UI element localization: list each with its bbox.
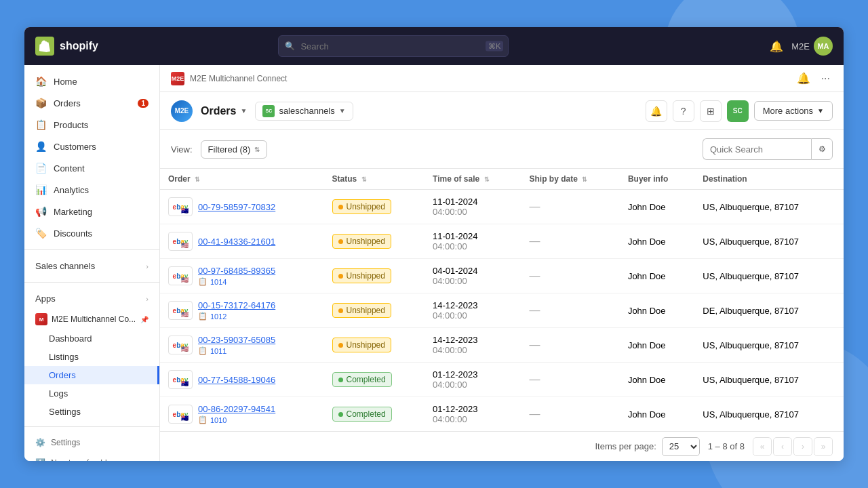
header-help-button[interactable]: ? [673,100,694,122]
destination-cell: US, Albuquerque, 87107 [694,397,844,432]
header-grid-button[interactable]: ⊞ [700,100,722,122]
sidebar-item-marketing[interactable]: 📢 Marketing [24,201,159,222]
ref-icon: 📋 [198,277,208,286]
per-page-select[interactable]: 102550100 [662,437,700,456]
sales-channels-header[interactable]: Sales channels › [24,256,159,277]
sidebar-item-orders-sub[interactable]: Orders [24,366,159,384]
pagination-last-button[interactable]: » [814,437,833,456]
time-cell: 14-12-2023 04:00:00 [425,328,521,363]
sidebar-item-analytics[interactable]: 📊 Analytics [24,179,159,201]
sidebar-item-listings[interactable]: Listings [24,348,159,366]
status-text: Unshipped [347,271,385,281]
status-text: Unshipped [347,202,385,211]
ship-by-cell: — [521,259,620,293]
sidebar-item-logs[interactable]: Logs [24,384,159,403]
app-name: shopify [60,40,98,52]
sidebar-item-content[interactable]: 📄 Content [24,157,159,179]
status-dot [338,274,343,279]
status-cell: Completed [324,363,425,397]
shopify-logo-icon [35,37,54,56]
table-row[interactable]: ebay 🇦🇺 00-77-54588-19046 Completed [160,363,844,397]
channel-chevron-icon: ▼ [339,107,346,115]
sidebar-item-label: Customers [54,142,96,152]
search-input[interactable] [278,35,509,57]
sidebar-item-products[interactable]: 📋 Products [24,114,159,136]
user-avatar: MA [814,37,833,56]
order-ref-link[interactable]: 1010 [210,416,226,424]
more-actions-button[interactable]: More actions ▼ [754,101,833,121]
status-text: Completed [347,375,386,384]
time-cell: 04-01-2024 04:00:00 [425,259,521,293]
pagination-prev-button[interactable]: ‹ [773,437,792,456]
order-id-link[interactable]: 00-23-59037-65085 [198,335,275,345]
status-dot [338,308,343,313]
apps-header[interactable]: Apps › [24,288,159,309]
order-ref-link[interactable]: 1012 [210,312,226,321]
table-row[interactable]: ebay 🇦🇺 00-79-58597-70832 Unshipped [160,190,844,224]
sidebar-item-customers[interactable]: 👤 Customers [24,136,159,157]
time-cell: 14-12-2023 04:00:00 [425,293,521,328]
sidebar-item-label: Orders [54,98,81,108]
breadcrumb-bell-button[interactable]: 🔔 [794,70,813,86]
table-footer: Items per page: 102550100 1 – 8 of 8 « ‹… [160,431,844,461]
logo-area[interactable]: shopify [35,37,144,56]
order-ref-link[interactable]: 1011 [210,347,226,355]
notification-bell-icon[interactable]: 🔔 [770,40,783,53]
sidebar-item-m2e[interactable]: M M2E Multichannel Co... 📌 [24,309,159,329]
search-icon: 🔍 [285,41,295,51]
order-id-link[interactable]: 00-97-68485-89365 [198,266,275,276]
orders-sub-label: Orders [49,370,76,380]
sales-channels-label: Sales channels [35,261,95,271]
order-id-link[interactable]: 00-41-94336-21601 [198,237,275,247]
m2e-icon: M [35,313,47,325]
order-ref-link[interactable]: 1014 [210,278,226,286]
orders-title-chevron-icon: ▼ [240,107,247,115]
settings-label: Settings [51,438,80,447]
order-id-link[interactable]: 00-15-73172-64176 [198,300,275,310]
orders-header: M2E Orders ▼ SC saleschannels ▼ 🔔 ? ⊞ SC [160,92,844,130]
time-line2: 04:00:00 [433,276,513,286]
order-id-link[interactable]: 00-86-20297-94541 [198,404,275,414]
table-row[interactable]: ebay 🇺🇸 00-97-68485-89365 📋 1014 Unshipp… [160,259,844,293]
order-cell: ebay 🇺🇸 00-97-68485-89365 📋 1014 [160,259,324,293]
info-icon: ℹ️ [35,458,45,461]
status-badge: Unshipped [332,268,391,283]
sidebar-item-dashboard[interactable]: Dashboard [24,329,159,348]
sidebar-item-settings-sub[interactable]: Settings [24,403,159,421]
channel-selector-button[interactable]: SC saleschannels ▼ [255,102,353,121]
header-bell-button[interactable]: 🔔 [646,100,667,122]
orders-title-button[interactable]: Orders ▼ [201,105,247,117]
status-cell: Completed [324,397,425,432]
status-badge: Unshipped [332,338,391,352]
sidebar-item-orders[interactable]: 📦 Orders 1 [24,92,159,114]
pagination-range: 1 – 8 of 8 [708,441,745,451]
table-row[interactable]: ebay 🇺🇸 00-23-59037-65085 📋 1011 Unshipp… [160,328,844,363]
order-id-link[interactable]: 00-77-54588-19046 [198,375,275,385]
sidebar-item-label: Discounts [54,228,92,239]
quick-search-filter-button[interactable]: ⚙ [811,138,833,160]
table-row[interactable]: ebay 🇺🇸 00-41-94336-21601 Unshipped [160,224,844,259]
table-row[interactable]: ebay 🇦🇺 00-86-20297-94541 📋 1010 Complet… [160,397,844,432]
filter-chevron-icon: ⇅ [254,146,260,153]
breadcrumb-more-button[interactable]: ··· [818,70,833,86]
ebay-logo: ebay 🇺🇸 [168,301,193,320]
order-id-link[interactable]: 00-79-58597-70832 [198,202,275,212]
items-per-page: Items per page: 102550100 [595,437,699,456]
logs-label: Logs [49,388,68,399]
view-filter-selector[interactable]: Filtered (8) ⇅ [201,140,268,159]
settings-sub-label: Settings [49,407,81,417]
sidebar-item-home[interactable]: 🏠 Home [24,70,159,92]
pagination-next-button[interactable]: › [793,437,812,456]
sidebar-non-transferable[interactable]: ℹ️ Non-transferable [24,453,159,461]
sidebar-item-discounts[interactable]: 🏷️ Discounts [24,222,159,244]
quick-search-input[interactable] [703,138,811,160]
pagination-first-button[interactable]: « [753,437,772,456]
table-row[interactable]: ebay 🇺🇸 00-15-73172-64176 📋 1012 Unshipp… [160,293,844,328]
ebay-logo: ebay 🇺🇸 [168,266,193,285]
sidebar-nav: 🏠 Home 📦 Orders 1 📋 Products 👤 Customers [24,65,159,426]
time-line1: 01-12-2023 [433,404,513,414]
time-cell: 11-01-2024 04:00:00 [425,224,521,259]
user-menu[interactable]: M2E MA [791,37,833,56]
sidebar-settings[interactable]: ⚙️ Settings [24,432,159,453]
time-line1: 01-12-2023 [433,369,513,380]
